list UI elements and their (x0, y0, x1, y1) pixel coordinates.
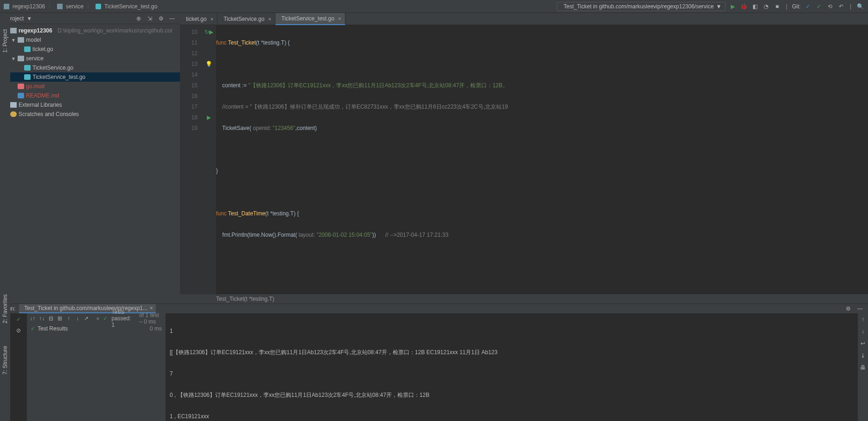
prev-icon[interactable]: ↑ (66, 314, 71, 323)
editor-tabs: ticket.go× TicketService.go× TicketServi… (180, 13, 868, 25)
run-tree-toolbar: ✓ ⊘ (10, 313, 27, 421)
sidebar-tab-project[interactable]: 1: Project (2, 29, 8, 53)
close-icon[interactable]: × (150, 305, 153, 311)
go-file-icon (24, 65, 31, 71)
test-results-row[interactable]: ✓ Test Results 0 ms (27, 324, 166, 334)
search-icon[interactable]: 🔍 (856, 2, 864, 11)
sort-icon[interactable]: ↑↓ (39, 314, 45, 323)
chevron-right-icon: 〉 (87, 2, 92, 10)
go-file-icon (24, 74, 31, 80)
close-icon[interactable]: × (338, 16, 341, 21)
stop-button[interactable]: ■ (773, 2, 781, 11)
close-icon[interactable]: × (211, 16, 213, 22)
folder-icon (57, 4, 63, 9)
chevron-down-icon: ▼ (716, 3, 721, 10)
run-config-label: Test_Ticket in github.com/markusleevip/r… (563, 3, 714, 10)
run-right-toolbar: ↑ ↓ ↩ ⤓ 🖶 (858, 313, 868, 421)
git-commit-icon[interactable]: ✓ (815, 2, 823, 11)
tree-file-ticket[interactable]: ticket.go (0, 45, 180, 54)
tree-file-readme[interactable]: README.md (0, 91, 180, 100)
source-code[interactable]: func Test_Ticket(t *testing.T) { content… (216, 25, 868, 294)
export-icon[interactable]: ↗ (84, 314, 89, 323)
gutter-line-numbers: 10111213141516171819 (180, 25, 201, 294)
profile-button[interactable]: ◔ (762, 2, 770, 11)
breadcrumb-file[interactable]: TicketService_test.go (104, 3, 157, 10)
go-file-icon (96, 4, 101, 9)
breadcrumb: regexp12306 〉 service 〉 TicketService_te… (4, 2, 157, 10)
git-revert-icon[interactable]: ↶ (837, 2, 845, 11)
tree-file-ticketservice-test[interactable]: TicketService_test.go (0, 72, 180, 82)
tab-ticketservice[interactable]: TicketService.go× (217, 13, 275, 25)
expand-icon[interactable]: ⊟ (48, 314, 53, 323)
run-gutter-icon[interactable]: ▶ (207, 112, 211, 123)
project-tool-window: Project ▼ ⊕ ⇲ ⚙ — ▼regexp12306 D:\kiplin… (0, 13, 180, 304)
wrap-icon[interactable]: ↩ (859, 339, 867, 348)
test-toolbar: ↓↑ ↑↓ ⊟ ⊞ ↑ ↓ ↗ » ✓ Tests passed: 1 of 1… (27, 313, 166, 324)
coverage-button[interactable]: ◧ (751, 2, 759, 11)
scroll-icon[interactable]: ⤓ (859, 351, 867, 360)
prev-icon[interactable]: ↑ (859, 315, 867, 324)
locate-icon[interactable]: ⊕ (134, 14, 143, 23)
close-icon[interactable]: × (268, 16, 271, 22)
run-button[interactable]: ▶ (728, 2, 737, 11)
main-area: Project ▼ ⊕ ⇲ ⚙ — ▼regexp12306 D:\kiplin… (0, 13, 868, 304)
next-icon[interactable]: ↓ (859, 327, 867, 336)
git-history-icon[interactable]: ⟲ (826, 2, 834, 11)
folder-icon (18, 37, 24, 43)
chevron-down-icon[interactable]: ▼ (26, 15, 32, 22)
check-icon: ✓ (103, 315, 108, 322)
gear-icon[interactable]: ⚙ (157, 14, 165, 23)
tree-dir-service[interactable]: ▼service (0, 54, 180, 63)
top-toolbar: regexp12306 〉 service 〉 TicketService_te… (0, 0, 868, 13)
run-body: ▶ ⟳ ⊘ 📌 ✓ ⊘ ↓↑ ↑↓ ⊟ ⊞ ↑ ↓ ↗ » ✓ Tests pa… (0, 313, 868, 421)
tree-external-libs[interactable]: ▶External Libraries (0, 100, 180, 110)
hide-icon[interactable]: — (168, 14, 176, 23)
breadcrumb-dir[interactable]: service (66, 3, 83, 10)
expand-icon[interactable]: ⇲ (146, 14, 154, 23)
tree-root[interactable]: ▼regexp12306 D:\kipling_work\go_work\mar… (0, 26, 180, 35)
editor: ticket.go× TicketService.go× TicketServi… (180, 13, 868, 304)
run-config-selector[interactable]: Test_Ticket in github.com/markusleevip/r… (557, 2, 726, 11)
bulb-icon[interactable]: 💡 (205, 59, 212, 70)
go-file-icon (24, 46, 31, 52)
gomod-icon (18, 84, 24, 89)
toolbar-right: Test_Ticket in github.com/markusleevip/r… (557, 2, 864, 11)
debug-button[interactable]: 🐞 (740, 2, 748, 11)
run-gutter-icon[interactable]: ↻▶ (204, 27, 213, 38)
pass-filter-icon[interactable]: ✓ (14, 315, 23, 324)
tests-status: Tests passed: 1 (111, 309, 135, 328)
check-icon: ✓ (31, 325, 35, 332)
scratch-icon (10, 111, 17, 117)
sidebar-tab-structure[interactable]: 7: Structure (2, 346, 8, 375)
lib-icon (10, 102, 17, 108)
sidebar-tab-favorites[interactable]: 2: Favorites (2, 294, 8, 324)
editor-breadcrumb[interactable]: Test_Ticket(t *testing.T) (180, 294, 868, 304)
chevron-right-icon: 〉 (48, 2, 54, 10)
tree-scratches[interactable]: ▶Scratches and Consoles (0, 110, 180, 119)
print-icon[interactable]: 🖶 (859, 363, 867, 372)
code-editor[interactable]: 10111213141516171819 ↻▶ 💡 ▶ func Test_Ti… (180, 25, 868, 294)
gear-icon[interactable]: ⚙ (844, 304, 852, 313)
console-output[interactable]: 1 [[【铁路12306】订单EC19121xxx，李xx您已购11月1日Ab1… (166, 313, 858, 421)
test-tree: ↓↑ ↑↓ ⊟ ⊞ ↑ ↓ ↗ » ✓ Tests passed: 1 of 1… (27, 313, 166, 421)
sort-icon[interactable]: ↓↑ (30, 314, 35, 323)
folder-icon (10, 28, 17, 33)
project-header: Project ▼ ⊕ ⇲ ⚙ — (0, 13, 180, 24)
breadcrumb-project[interactable]: regexp12306 (13, 3, 45, 10)
tree-dir-model[interactable]: ▼model (0, 35, 180, 45)
next-icon[interactable]: ↓ (75, 314, 80, 323)
collapse-icon[interactable]: ⊞ (57, 314, 62, 323)
hide-icon[interactable]: — (856, 304, 864, 313)
tree-file-ticketservice[interactable]: TicketService.go (0, 63, 180, 72)
folder-icon (18, 56, 24, 61)
tree-file-gomod[interactable]: go.mod (0, 82, 180, 91)
tab-ticketservice-test[interactable]: TicketService_test.go× (275, 13, 345, 25)
git-update-icon[interactable]: ✓ (804, 2, 812, 11)
project-tree: ▼regexp12306 D:\kipling_work\go_work\mar… (0, 24, 180, 304)
md-icon (18, 93, 24, 98)
left-sidebar: 1: Project 2: Favorites 7: Structure (0, 13, 10, 421)
fail-filter-icon[interactable]: ⊘ (14, 326, 23, 335)
gutter-icons: ↻▶ 💡 ▶ (201, 25, 216, 294)
git-label: Git: (792, 3, 801, 10)
tab-ticket[interactable]: ticket.go× (180, 13, 217, 25)
